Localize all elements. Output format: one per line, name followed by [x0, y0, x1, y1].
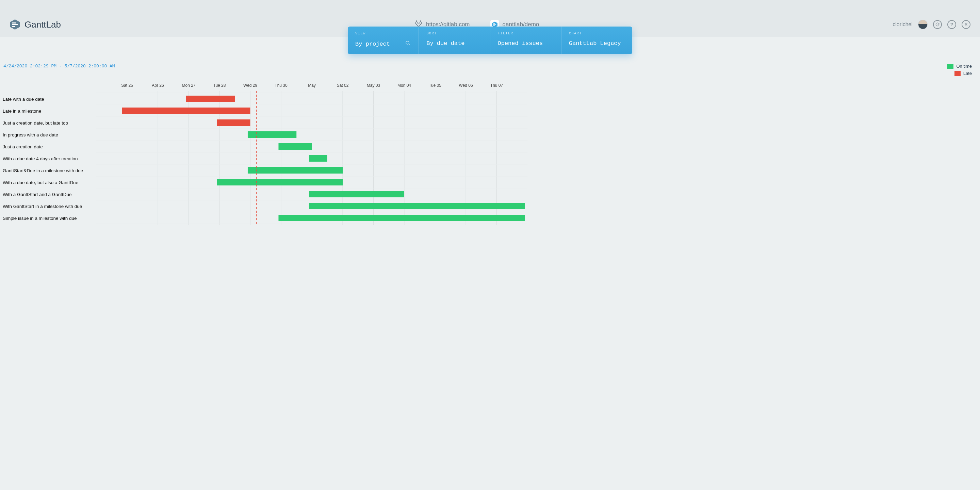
legend-late: Late	[947, 71, 972, 76]
svg-rect-5	[493, 24, 495, 24]
gantt-bar[interactable]	[217, 119, 250, 126]
gantt-bar[interactable]	[186, 95, 235, 102]
axis-tick-label: Wed 06	[459, 83, 473, 88]
ganttlab-logo-icon	[10, 19, 21, 30]
svg-rect-1	[12, 22, 16, 24]
control-view-value: By project	[355, 41, 390, 47]
gantt-bar[interactable]	[309, 155, 327, 162]
gantt-bar[interactable]	[309, 191, 404, 197]
avatar[interactable]	[918, 20, 928, 29]
svg-rect-2	[12, 24, 18, 25]
control-sort[interactable]: SORT By due date	[419, 27, 490, 54]
refresh-icon	[935, 22, 940, 27]
axis-tick-label: May 03	[367, 83, 380, 88]
control-sort-value: By due date	[426, 40, 465, 47]
search-icon[interactable]	[405, 40, 411, 48]
row-label: With a due date, but also a GanttDue	[3, 180, 78, 185]
gantt-bar[interactable]	[122, 108, 250, 114]
axis-tick-label: Wed 29	[243, 83, 257, 88]
legend: On time Late	[947, 64, 972, 78]
help-button[interactable]	[947, 20, 956, 29]
control-sort-label: SORT	[426, 31, 482, 35]
control-filter[interactable]: FILTER Opened issues	[490, 27, 562, 54]
refresh-button[interactable]	[933, 20, 942, 29]
row-label: With a due date 4 days after creation	[3, 156, 78, 161]
axis-tick-label: Mon 04	[398, 83, 411, 88]
control-view-label: VIEW	[355, 31, 411, 35]
svg-rect-3	[12, 26, 15, 27]
app-logo[interactable]: GanttLab	[10, 19, 61, 30]
date-range-text: 4/24/2020 2:02:29 PM - 5/7/2020 2:00:00 …	[3, 64, 115, 69]
row-label: Late with a due date	[3, 97, 44, 102]
gantt-bar[interactable]	[309, 203, 525, 209]
row-label: Late in a milestone	[3, 108, 41, 114]
legend-late-label: Late	[963, 71, 972, 76]
legend-swatch-on-time	[947, 64, 953, 69]
username[interactable]: clorichel	[892, 21, 913, 27]
row-label: Just a creation date, but late too	[3, 121, 68, 126]
row-label: Simple issue in a milestone with due	[3, 216, 77, 221]
row-label: With a GanttStart and a GanttDue	[3, 192, 72, 197]
control-filter-value: Opened issues	[498, 40, 543, 47]
control-chart-value: GanttLab Legacy	[569, 40, 621, 47]
control-view[interactable]: VIEW By project	[348, 27, 419, 54]
axis-tick-label: Thu 07	[490, 83, 503, 88]
axis-tick-label: May	[308, 83, 316, 88]
svg-line-9	[409, 44, 410, 45]
axis-tick-label: Sat 25	[121, 83, 133, 88]
row-label: GanttStart&Due in a milestone with due	[3, 168, 83, 173]
close-button[interactable]	[962, 20, 970, 29]
axis-tick-label: Sat 02	[337, 83, 349, 88]
control-filter-label: FILTER	[498, 31, 554, 35]
row-label: Just a creation date	[3, 144, 43, 150]
gantt-chart: Sat 25Apr 26Mon 27Tue 28Wed 29Thu 30MayS…	[3, 81, 972, 227]
controls-panel: VIEW By project SORT By due date FILTER …	[348, 27, 632, 54]
gantt-bar[interactable]	[278, 215, 525, 221]
axis-tick-label: Thu 30	[275, 83, 288, 88]
legend-on-time-label: On time	[956, 64, 972, 69]
gantt-bar[interactable]	[248, 131, 296, 138]
axis-tick-label: Tue 28	[213, 83, 226, 88]
control-chart[interactable]: CHART GanttLab Legacy	[562, 27, 632, 54]
row-label: With GanttStart in a milestone with due	[3, 204, 82, 209]
axis-tick-label: Apr 26	[152, 83, 164, 88]
svg-rect-7	[493, 25, 495, 25]
gantt-bar[interactable]	[278, 143, 312, 150]
control-chart-label: CHART	[569, 31, 625, 35]
axis-tick-label: Mon 27	[182, 83, 195, 88]
axis-tick-label: Tue 05	[429, 83, 441, 88]
gantt-bar[interactable]	[217, 179, 343, 185]
app-name: GanttLab	[24, 19, 61, 30]
legend-swatch-late	[955, 71, 961, 76]
svg-point-8	[406, 41, 409, 44]
gantt-bar[interactable]	[248, 167, 343, 173]
row-label: In progress with a due date	[3, 132, 58, 137]
legend-on-time: On time	[947, 64, 972, 69]
